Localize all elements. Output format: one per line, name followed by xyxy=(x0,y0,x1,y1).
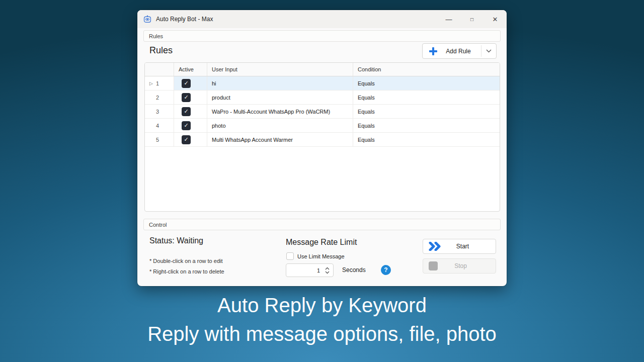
control-group-label: Control xyxy=(149,222,167,228)
user-input-cell: photo xyxy=(207,119,353,132)
spinner-down-icon xyxy=(325,271,330,274)
rules-table: Active User Input Condition ▷ 1 ✓ hi Equ… xyxy=(144,62,500,212)
start-button[interactable]: Start xyxy=(423,239,496,254)
row-number: 5 xyxy=(156,137,159,143)
active-cell: ✓ xyxy=(174,76,207,90)
start-label: Start xyxy=(442,243,496,250)
rate-limit-value[interactable]: 1 xyxy=(286,267,323,274)
rules-group-label: Rules xyxy=(149,33,163,39)
active-checkbox[interactable]: ✓ xyxy=(182,121,191,130)
control-group-bar: Control xyxy=(143,219,501,230)
table-row[interactable]: ▷ 1 ✓ hi Equals xyxy=(145,76,500,90)
help-icon[interactable]: ? xyxy=(381,265,391,275)
spinner-up-icon xyxy=(325,267,330,270)
chevron-down-icon xyxy=(486,49,492,53)
stop-square-icon xyxy=(429,261,438,270)
rate-limit-spinner[interactable]: 1 xyxy=(286,263,334,277)
user-input-cell: hi xyxy=(207,76,353,90)
user-input-cell: product xyxy=(207,90,353,104)
check-icon: ✓ xyxy=(184,108,188,115)
active-cell: ✓ xyxy=(174,133,207,146)
check-icon: ✓ xyxy=(184,80,188,86)
user-input-cell: WaPro - Multi-Account WhatsApp Pro (WaCR… xyxy=(207,105,353,118)
use-limit-label: Use Limit Message xyxy=(297,253,345,259)
expand-arrow-icon: ▷ xyxy=(149,81,153,86)
row-number-cell: ▷ 5 xyxy=(145,133,174,146)
row-number-cell: ▷ 3 xyxy=(145,105,174,118)
header-condition[interactable]: Condition xyxy=(353,63,500,76)
row-number-cell: ▷ 2 xyxy=(145,90,174,104)
titlebar: Auto Reply Bot - Max — □ ✕ xyxy=(137,10,507,28)
rules-heading: Rules xyxy=(149,45,173,56)
stop-label: Stop xyxy=(438,262,496,269)
condition-cell: Equals xyxy=(353,119,500,132)
row-number: 4 xyxy=(156,123,159,129)
caption-line1: Auto Reply by Keyword xyxy=(0,294,644,317)
row-number: 1 xyxy=(156,80,159,86)
table-row[interactable]: ▷ 5 ✓ Multi WhatsApp Account Warmer Equa… xyxy=(145,133,500,147)
check-icon: ✓ xyxy=(184,94,188,101)
add-rule-button[interactable]: Add Rule xyxy=(422,43,497,59)
user-input-cell: Multi WhatsApp Account Warmer xyxy=(207,133,353,146)
rules-group-bar: Rules xyxy=(143,30,501,42)
rate-limit-heading: Message Rate Limit xyxy=(286,238,357,247)
app-window: Auto Reply Bot - Max — □ ✕ Rules Rules A… xyxy=(137,10,507,286)
background: { "window": { "title": "Auto Reply Bot -… xyxy=(0,0,644,362)
active-cell: ✓ xyxy=(174,105,207,118)
condition-cell: Equals xyxy=(353,105,500,118)
maximize-icon[interactable]: □ xyxy=(460,10,484,28)
plus-icon xyxy=(429,47,438,56)
header-active[interactable]: Active xyxy=(174,63,207,76)
condition-cell: Equals xyxy=(353,76,500,90)
table-row[interactable]: ▷ 3 ✓ WaPro - Multi-Account WhatsApp Pro… xyxy=(145,105,500,119)
row-number-cell: ▷ 4 xyxy=(145,119,174,132)
row-number: 2 xyxy=(156,95,159,101)
double-chevron-icon xyxy=(429,242,442,251)
table-body: ▷ 1 ✓ hi Equals ▷ 2 ✓ product Equals ▷ 3 xyxy=(145,76,500,147)
row-number: 3 xyxy=(156,109,159,115)
table-row[interactable]: ▷ 2 ✓ product Equals xyxy=(145,90,500,105)
condition-cell: Equals xyxy=(353,133,500,146)
app-robot-icon xyxy=(143,15,151,23)
minimize-icon[interactable]: — xyxy=(437,10,460,28)
close-icon[interactable]: ✕ xyxy=(484,10,507,28)
seconds-label: Seconds xyxy=(342,266,366,274)
stop-button[interactable]: Stop xyxy=(423,258,496,274)
check-icon: ✓ xyxy=(184,136,188,143)
spinner-arrows[interactable] xyxy=(323,267,333,274)
header-rownum xyxy=(145,63,174,76)
use-limit-checkbox[interactable] xyxy=(286,252,294,260)
table-header: Active User Input Condition xyxy=(145,63,500,76)
hint-edit: * Double-click on a row to edit xyxy=(149,258,223,264)
active-checkbox[interactable]: ✓ xyxy=(182,107,191,116)
table-row[interactable]: ▷ 4 ✓ photo Equals xyxy=(145,119,500,133)
active-cell: ✓ xyxy=(174,119,207,132)
status-text: Status: Waiting xyxy=(149,236,203,245)
active-checkbox[interactable]: ✓ xyxy=(182,93,191,102)
header-user-input[interactable]: User Input xyxy=(207,63,353,76)
window-title: Auto Reply Bot - Max xyxy=(156,16,437,23)
add-rule-dropdown[interactable] xyxy=(481,44,496,58)
add-rule-label: Add Rule xyxy=(438,48,481,55)
add-rule-main[interactable]: Add Rule xyxy=(423,44,481,58)
active-checkbox[interactable]: ✓ xyxy=(182,79,191,88)
caption-line2: Reply with message options, file, photo xyxy=(0,323,644,345)
active-cell: ✓ xyxy=(174,90,207,104)
check-icon: ✓ xyxy=(184,122,188,129)
active-checkbox[interactable]: ✓ xyxy=(182,135,191,144)
condition-cell: Equals xyxy=(353,90,500,104)
hint-delete: * Right-click on a row to delete xyxy=(149,268,224,275)
use-limit-row: Use Limit Message xyxy=(286,252,345,260)
row-number-cell: ▷ 1 xyxy=(145,76,174,90)
